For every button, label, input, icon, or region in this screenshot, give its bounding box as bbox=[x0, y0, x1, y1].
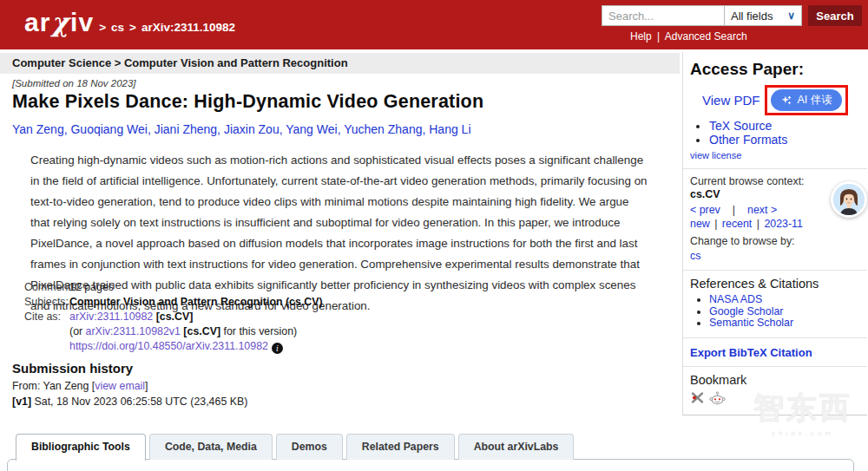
comments-row: Comments: 12 pages bbox=[24, 280, 323, 295]
version-line: [v1] Sat, 18 Nov 2023 06:25:58 UTC (23,4… bbox=[12, 396, 247, 408]
comments-label: Comments: bbox=[24, 280, 69, 295]
view-pdf-link[interactable]: View PDF bbox=[702, 93, 760, 108]
info-icon[interactable]: i bbox=[272, 343, 283, 354]
subjects-label: Subjects: bbox=[24, 295, 69, 310]
empty-label bbox=[24, 324, 69, 339]
reference-item: Google Scholar bbox=[709, 306, 860, 318]
logo-text-pre: ar bbox=[24, 8, 50, 36]
labs-tab-bar: Bibliographic Tools Code, Data, Media De… bbox=[16, 434, 574, 461]
search-area: All fields ∨ Search Help | Advanced Sear… bbox=[602, 5, 862, 43]
submission-history-heading: Submission history bbox=[12, 361, 133, 376]
breadcrumb-separator: > bbox=[129, 21, 136, 34]
paper-title: Make Pixels Dance: High-Dynamic Video Ge… bbox=[12, 91, 483, 113]
arxiv-logo[interactable]: arχiv bbox=[24, 8, 94, 37]
access-paper-heading: Access Paper: bbox=[690, 60, 860, 79]
author-link[interactable]: Yan Zeng bbox=[12, 122, 70, 136]
tab-about-arxivlabs[interactable]: About arXivLabs bbox=[458, 434, 575, 460]
month-link[interactable]: 2023-11 bbox=[764, 218, 803, 230]
tab-code-data-media[interactable]: Code, Data, Media bbox=[149, 434, 273, 460]
sparkle-icon bbox=[780, 95, 792, 107]
cite-version-prefix: (or bbox=[69, 325, 86, 337]
reference-item: NASA ADS bbox=[709, 294, 860, 306]
export-bibtex-link[interactable]: Export BibTeX Citation bbox=[690, 346, 812, 359]
sidebar: Access Paper: View PDF AI 伴读 TeX Source … bbox=[682, 52, 867, 415]
access-paper-section: Access Paper: View PDF AI 伴读 TeX Source … bbox=[683, 52, 867, 168]
nasa-ads-link[interactable]: NASA ADS bbox=[709, 293, 762, 305]
tab-bibliographic-tools[interactable]: Bibliographic Tools bbox=[16, 434, 146, 461]
arxiv-id-link[interactable]: arXiv:2311.10982 bbox=[69, 311, 153, 323]
bookmark-heading: Bookmark bbox=[690, 373, 860, 387]
bibsonomy-icon[interactable] bbox=[690, 390, 705, 405]
logo-text-post: iv bbox=[70, 8, 94, 36]
version-tag: [v1] bbox=[12, 396, 31, 408]
search-button[interactable]: Search bbox=[808, 5, 862, 26]
tex-source-link[interactable]: TeX Source bbox=[709, 119, 772, 133]
browse-cs-link[interactable]: cs bbox=[690, 250, 700, 262]
watermark-url: zhidx.com bbox=[740, 429, 865, 437]
author-link[interactable]: Yuchen Zhang bbox=[344, 122, 429, 136]
next-link[interactable]: next > bbox=[747, 204, 777, 216]
google-scholar-link[interactable]: Google Scholar bbox=[709, 305, 783, 317]
breadcrumb-separator: > bbox=[99, 21, 106, 34]
avatar-illustration bbox=[833, 184, 865, 215]
tab-related-papers[interactable]: Related Papers bbox=[346, 434, 455, 460]
format-item: Other Formats bbox=[709, 133, 860, 147]
comments-value: 12 pages bbox=[69, 280, 114, 295]
highlight-box: AI 伴读 bbox=[765, 85, 847, 115]
prev-next-divider: | bbox=[733, 204, 735, 216]
cite-version-suffix: for this version) bbox=[220, 325, 297, 337]
format-item: TeX Source bbox=[709, 119, 860, 133]
help-link[interactable]: Help bbox=[630, 30, 652, 43]
author-link[interactable]: Hang Li bbox=[429, 122, 470, 136]
version-details: Sat, 18 Nov 2023 06:25:58 UTC (23,465 KB… bbox=[31, 396, 247, 408]
cite-as-label: Cite as: bbox=[24, 310, 69, 324]
site-header: arχiv > cs > arXiv:2311.10982 All fields… bbox=[0, 0, 868, 49]
doi-link[interactable]: https://doi.org/10.48550/arXiv.2311.1098… bbox=[69, 340, 268, 352]
breadcrumb-arxiv-id: arXiv:2311.10982 bbox=[141, 21, 235, 34]
other-formats-link[interactable]: Other Formats bbox=[709, 133, 787, 147]
ai-companion-button[interactable]: AI 伴读 bbox=[771, 89, 841, 111]
from-text: From: Yan Zeng [ bbox=[12, 380, 95, 392]
reddit-icon[interactable] bbox=[709, 390, 726, 405]
cite-version-category: [cs.CV] bbox=[183, 325, 220, 337]
cite-category: [cs.CV] bbox=[156, 311, 194, 323]
author-link[interactable]: Jiani Zheng bbox=[155, 122, 224, 136]
author-list: Yan ZengGuoqiang WeiJiani ZhengJiaxin Zo… bbox=[12, 122, 471, 136]
ai-companion-label: AI 伴读 bbox=[797, 93, 832, 108]
help-divider: | bbox=[657, 30, 660, 43]
advanced-search-link[interactable]: Advanced Search bbox=[665, 30, 747, 43]
breadcrumb: arχiv > cs > arXiv:2311.10982 bbox=[24, 8, 235, 37]
divider: | bbox=[757, 218, 760, 230]
author-link[interactable]: Guoqiang Wei bbox=[70, 122, 154, 136]
view-email-link[interactable]: view email bbox=[95, 380, 145, 392]
prev-link[interactable]: < prev bbox=[690, 204, 720, 216]
bookmark-section: Bookmark bbox=[683, 366, 867, 415]
metadata-table: Comments: 12 pages Subjects: Computer Vi… bbox=[24, 280, 323, 354]
field-selector-value: All fields bbox=[731, 10, 773, 23]
author-link[interactable]: Yang Wei bbox=[286, 122, 344, 136]
labs-content-panel bbox=[7, 459, 854, 471]
submission-date: [Submitted on 18 Nov 2023] bbox=[12, 78, 136, 88]
recent-link[interactable]: recent bbox=[722, 218, 752, 230]
from-text-close: ] bbox=[145, 380, 148, 392]
assistant-avatar[interactable] bbox=[831, 181, 867, 218]
breadcrumb-cs-link[interactable]: cs bbox=[111, 21, 124, 34]
tab-demos[interactable]: Demos bbox=[276, 434, 343, 460]
submitter-line: From: Yan Zeng [view email] bbox=[12, 380, 148, 392]
references-citations-section: References & Citations NASA ADS Google S… bbox=[683, 270, 867, 337]
arxiv-version-link[interactable]: arXiv:2311.10982v1 bbox=[86, 325, 181, 337]
search-input[interactable] bbox=[602, 5, 724, 26]
new-link[interactable]: new bbox=[690, 218, 710, 230]
subject-breadcrumb: Computer Science > Computer Vision and P… bbox=[0, 53, 680, 74]
author-link[interactable]: Jiaxin Zou bbox=[224, 122, 286, 136]
doi-row: https://doi.org/10.48550/arXiv.2311.1098… bbox=[24, 339, 323, 354]
chevron-down-icon: ∨ bbox=[787, 10, 795, 22]
view-license-link[interactable]: view license bbox=[690, 150, 741, 160]
field-selector[interactable]: All fields ∨ bbox=[724, 5, 802, 26]
divider: | bbox=[714, 218, 717, 230]
export-bibtex-section: Export BibTeX Citation bbox=[683, 337, 867, 366]
semantic-scholar-link[interactable]: Semantic Scholar bbox=[709, 317, 793, 329]
empty-label bbox=[24, 339, 69, 354]
subjects-value: Computer Vision and Pattern Recognition … bbox=[69, 295, 323, 310]
cite-as-row: Cite as: arXiv:2311.10982 [cs.CV] bbox=[24, 310, 323, 324]
